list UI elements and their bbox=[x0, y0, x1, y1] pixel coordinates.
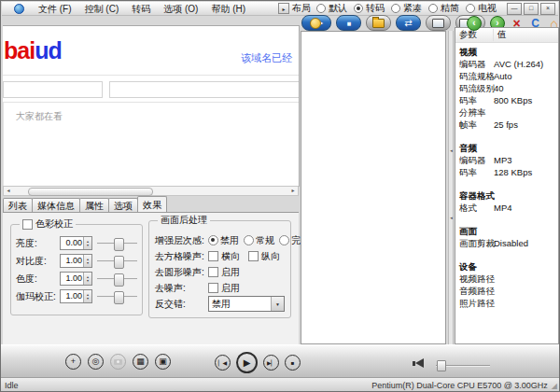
play-button[interactable]: ▶ bbox=[236, 352, 258, 373]
add-button[interactable]: + bbox=[65, 354, 81, 370]
tab-properties[interactable]: 属性 bbox=[79, 198, 109, 212]
hue-slider[interactable] bbox=[97, 273, 137, 286]
scroll-left-icon[interactable]: ◂ bbox=[4, 187, 13, 195]
gamma-row: 伽玛校正: 1.00 ▴▾ bbox=[11, 287, 142, 305]
open-file-button[interactable] bbox=[366, 15, 391, 31]
menu-transcode[interactable]: 转码 bbox=[125, 3, 157, 15]
menu-file[interactable]: 文件 (F) bbox=[32, 3, 78, 15]
volume-handle[interactable] bbox=[437, 360, 446, 371]
cascade-button[interactable]: ▣ bbox=[155, 354, 171, 370]
menu-options[interactable]: 选项 (O) bbox=[157, 3, 204, 15]
brightness-spinner[interactable]: 0.00 ▴▾ bbox=[60, 236, 92, 250]
convert-button[interactable]: ⇄ bbox=[396, 15, 421, 31]
history-icon bbox=[310, 18, 321, 29]
spinner-arrows-icon[interactable]: ▴▾ bbox=[83, 255, 91, 267]
audio-section: 音频 编码器MP3 码率128 KBps bbox=[459, 142, 558, 178]
contrast-spinner[interactable]: 1.00 ▴▾ bbox=[60, 254, 92, 268]
gamma-slider[interactable] bbox=[97, 290, 137, 303]
table-row[interactable]: 编码器MP3 bbox=[459, 154, 558, 166]
table-row[interactable]: 码流级别40 bbox=[459, 82, 558, 94]
table-row[interactable]: 音频路径 bbox=[459, 285, 558, 297]
enhance-option-normal[interactable]: 常规 bbox=[244, 234, 274, 247]
contrast-slider[interactable] bbox=[97, 255, 137, 268]
table-row[interactable]: 编码器AVC (H.264) bbox=[459, 58, 558, 70]
maximize-button[interactable]: □ bbox=[524, 3, 539, 15]
color-correction-legend: 色彩校正 bbox=[20, 217, 76, 231]
playlist-panel[interactable] bbox=[301, 31, 446, 344]
panel-splitter[interactable]: ◂ ◂ bbox=[448, 31, 454, 344]
table-row[interactable]: 码率128 KBps bbox=[459, 166, 558, 178]
param-label: 帧率 bbox=[459, 119, 494, 131]
slider-handle[interactable] bbox=[114, 291, 124, 304]
resize-grip-icon[interactable]: ◢ bbox=[552, 382, 557, 390]
next-button[interactable]: ▶▏ bbox=[263, 355, 279, 371]
menu-help[interactable]: 帮助 (H) bbox=[204, 3, 252, 15]
denoise-enable-checkbox[interactable]: 启用 bbox=[208, 282, 240, 295]
checkbox-icon[interactable] bbox=[22, 219, 33, 230]
deblock-horizontal-checkbox[interactable]: 横向 bbox=[208, 250, 240, 263]
previous-button[interactable]: ▏◀ bbox=[215, 355, 231, 371]
splitter-arrow-icon[interactable]: ◂ bbox=[449, 148, 454, 153]
table-row[interactable]: 格式MP4 bbox=[459, 202, 558, 214]
deinterlace-dropdown[interactable]: 禁用 ▼ bbox=[208, 296, 285, 312]
value-column-header[interactable]: 值 bbox=[494, 29, 507, 41]
tab-effects[interactable]: 效果 bbox=[137, 196, 167, 212]
table-row[interactable]: 照片路径 bbox=[459, 297, 558, 309]
layout-option-transcode[interactable]: 转码 bbox=[354, 2, 385, 15]
param-column-header[interactable]: 参数 bbox=[455, 29, 494, 41]
table-row[interactable]: 画面剪裁Disabled bbox=[459, 237, 558, 249]
slider-handle[interactable] bbox=[114, 256, 124, 269]
tool-buttons: + ◎ ▦ ▣ bbox=[65, 354, 171, 370]
tab-options[interactable]: 选项 bbox=[108, 198, 138, 212]
hue-spinner[interactable]: 1.00 ▴▾ bbox=[60, 272, 92, 286]
fullscreen-button[interactable]: ◎ bbox=[88, 354, 104, 370]
dering-enable-checkbox[interactable]: 启用 bbox=[208, 266, 240, 279]
gamma-spinner[interactable]: 1.00 ▴▾ bbox=[60, 289, 92, 303]
radio-icon bbox=[279, 235, 289, 245]
scroll-right-icon[interactable]: ▸ bbox=[288, 187, 298, 195]
enhance-option-disable[interactable]: 禁用 bbox=[208, 234, 239, 247]
scrollbar-thumb[interactable] bbox=[28, 188, 153, 196]
layout-toggle-button[interactable]: ▸ bbox=[278, 3, 289, 14]
display-button[interactable] bbox=[426, 15, 451, 31]
brightness-row: 亮度: 0.00 ▴▾ bbox=[11, 234, 142, 252]
radio-icon bbox=[244, 235, 254, 245]
spinner-arrows-icon[interactable]: ▴▾ bbox=[83, 273, 91, 285]
tab-media-info[interactable]: 媒体信息 bbox=[32, 198, 80, 212]
table-row[interactable]: 分辨率 bbox=[459, 106, 558, 119]
layout-option-compact[interactable]: 紧凑 bbox=[391, 2, 422, 15]
deblock-vertical-checkbox[interactable]: 纵向 bbox=[248, 250, 280, 263]
slider-handle[interactable] bbox=[114, 273, 124, 287]
layout-option-tv[interactable]: 电视 bbox=[466, 2, 497, 15]
domain-notice-link[interactable]: 该域名已经 bbox=[241, 51, 292, 65]
splitter-arrow-icon[interactable]: ◂ bbox=[449, 216, 454, 220]
speaker-icon[interactable] bbox=[415, 358, 424, 368]
page-link-box[interactable] bbox=[109, 81, 300, 98]
pause-icon: ▮▮ bbox=[347, 21, 351, 26]
table-row[interactable]: 码率800 KBps bbox=[459, 94, 558, 106]
chevron-down-icon[interactable]: ▼ bbox=[271, 297, 284, 311]
minimize-button[interactable]: — bbox=[507, 3, 522, 15]
playback-buttons: ▏◀ ▶ ▶▏ ■ bbox=[215, 352, 301, 373]
parameters-panel: 参数 值 视频 编码器AVC (H.264) 码流规格Auto 码流级别40 码… bbox=[455, 27, 559, 344]
snapshot-button[interactable] bbox=[110, 354, 126, 370]
layout-option-default[interactable]: 默认 bbox=[316, 2, 347, 15]
brightness-slider[interactable] bbox=[97, 237, 137, 250]
table-row[interactable]: 帧率25 fps bbox=[459, 119, 558, 131]
play-history-button[interactable]: ▶ bbox=[301, 15, 331, 31]
close-button[interactable]: × bbox=[540, 3, 555, 15]
radio-icon bbox=[391, 4, 400, 13]
layout-option-minimal[interactable]: 精简 bbox=[428, 2, 459, 15]
table-row[interactable]: 视频路径 bbox=[459, 273, 558, 285]
horizontal-scrollbar[interactable]: ◂ ▸ bbox=[3, 186, 299, 196]
table-row[interactable]: 码流规格Auto bbox=[459, 70, 558, 82]
spinner-arrows-icon[interactable]: ▴▾ bbox=[83, 237, 91, 249]
page-link-box[interactable] bbox=[3, 81, 103, 98]
slider-handle[interactable] bbox=[114, 238, 124, 251]
pause-button[interactable]: ▮▮ bbox=[336, 15, 361, 31]
menu-control[interactable]: 控制 (C) bbox=[78, 3, 126, 15]
stop-button[interactable]: ■ bbox=[285, 355, 301, 371]
grid-view-button[interactable]: ▦ bbox=[133, 354, 148, 370]
tab-playlist[interactable]: 列表 bbox=[3, 198, 33, 212]
spinner-arrows-icon[interactable]: ▴▾ bbox=[83, 290, 91, 302]
